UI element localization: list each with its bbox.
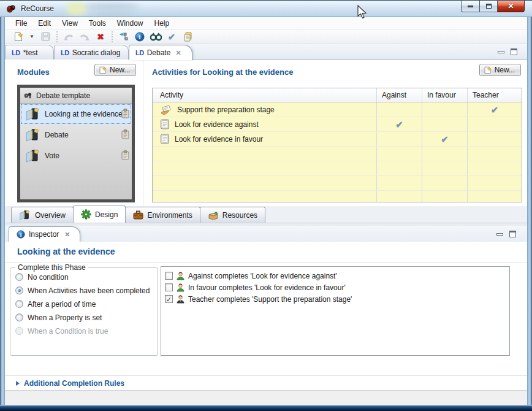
window-frame-bottom — [0, 405, 532, 411]
minimize-button[interactable] — [461, 1, 479, 12]
hierarchy-icon[interactable] — [118, 31, 130, 43]
info-icon[interactable]: i — [134, 31, 146, 43]
radio-icon — [15, 300, 23, 308]
ld-icon: LD — [12, 49, 20, 56]
menu-file[interactable]: File — [10, 18, 32, 29]
cell-in-favour[interactable] — [422, 102, 468, 117]
briefcase-icon — [133, 210, 143, 220]
cell-teacher[interactable] — [468, 132, 522, 146]
delete-icon[interactable]: ✖ — [94, 31, 107, 43]
validate-check-icon[interactable]: ✔ — [165, 31, 178, 43]
menu-view[interactable]: View — [56, 18, 83, 29]
menu-tools[interactable]: Tools — [83, 18, 112, 29]
menu-help[interactable]: Help — [149, 18, 175, 29]
menu-edit[interactable]: Edit — [32, 18, 56, 29]
tab-close-icon[interactable]: ✕ — [63, 230, 72, 239]
new-dropdown-arrow-icon[interactable]: ▼ — [28, 31, 36, 43]
document-icon — [160, 134, 170, 144]
column-header-teacher[interactable]: Teacher — [468, 88, 522, 102]
radio-after-period-of-time[interactable]: After a period of time — [15, 299, 158, 309]
cell-against[interactable] — [377, 132, 422, 146]
complete-phase-group: Complete this Phase No condition When Ac… — [10, 267, 158, 356]
cell-in-favour[interactable] — [422, 117, 468, 131]
checkbox[interactable] — [165, 283, 173, 291]
radio-no-condition[interactable]: No condition — [15, 272, 158, 282]
editor-tab-label: Debate — [147, 48, 171, 57]
tab-label: Resources — [222, 211, 257, 220]
new-activity-button[interactable]: New... — [479, 64, 521, 76]
inspector-tab-label: Inspector — [29, 230, 59, 239]
ld-icon: LD — [135, 49, 144, 56]
maximize-button[interactable] — [479, 1, 498, 12]
ld-icon: LD — [61, 49, 69, 56]
cell-teacher[interactable] — [468, 117, 522, 131]
search-binoculars-icon[interactable] — [150, 31, 162, 43]
additional-completion-rules-toggle[interactable]: Additional Completion Rules — [16, 379, 124, 388]
tab-overview[interactable]: Overview — [11, 207, 74, 223]
cell-teacher[interactable]: ✔ — [468, 102, 522, 117]
clipboard-icon[interactable] — [121, 129, 129, 139]
menu-window[interactable]: Window — [112, 18, 149, 29]
info-icon: i — [17, 230, 25, 239]
cell-in-favour[interactable]: ✔ — [422, 132, 468, 146]
table-row-empty[interactable] — [153, 191, 522, 202]
clipboard-icon[interactable] — [121, 150, 129, 160]
clipboard-icon[interactable] — [121, 109, 129, 118]
window-title: ReCourse — [21, 4, 54, 13]
condition-item-teacher[interactable]: ✓ Teacher completes 'Support the prepara… — [165, 293, 506, 305]
resources-box-icon — [208, 210, 219, 220]
column-header-activity[interactable]: Activity — [153, 88, 377, 102]
tab-resources[interactable]: Resources — [200, 207, 265, 223]
radio-when-activities-completed[interactable]: When Activities have been completed — [15, 286, 158, 295]
checkbox[interactable] — [165, 272, 173, 280]
radio-label: No condition — [28, 273, 69, 282]
additional-rules-label: Additional Completion Rules — [24, 379, 124, 388]
table-row-empty[interactable] — [153, 161, 522, 176]
table-row[interactable]: Look for evidence against ✔ — [153, 117, 522, 132]
cell-against[interactable]: ✔ — [377, 117, 422, 131]
radio-label: When Activities have been completed — [28, 286, 150, 295]
tab-environments[interactable]: Environments — [125, 207, 200, 223]
new-file-icon — [99, 66, 107, 74]
tab-design[interactable]: Design — [73, 205, 126, 223]
table-row[interactable]: Support the preparation stage ✔ — [153, 102, 522, 117]
inspector-tab[interactable]: i Inspector ✕ — [9, 226, 80, 242]
module-item-looking-at-the-evidence[interactable]: Looking at the evidence — [20, 104, 132, 125]
radio-label: After a period of time — [28, 300, 96, 309]
redo-icon-disabled[interactable] — [78, 31, 91, 43]
maximize-view-icon[interactable] — [509, 231, 516, 237]
new-wizard-icon[interactable] — [12, 31, 25, 43]
cell-against[interactable] — [377, 102, 422, 117]
module-item-debate[interactable]: Debate — [20, 125, 132, 145]
minimize-view-icon[interactable] — [498, 51, 504, 53]
checkbox-checked[interactable]: ✓ — [165, 295, 173, 303]
editor-tab-socratic-dialog[interactable]: LD Socratic dialog — [54, 45, 129, 60]
editor-tab-debate[interactable]: LD Debate ✕ — [129, 45, 192, 60]
radio-icon — [15, 273, 23, 281]
tree-root-debate-template[interactable]: Debate template — [20, 88, 132, 104]
condition-item-in-favour[interactable]: In favour completes 'Look for evidence i… — [165, 282, 506, 293]
undo-icon-disabled[interactable] — [63, 31, 75, 43]
maximize-view-icon[interactable] — [511, 48, 517, 55]
table-row[interactable]: Look for evidence in favour ✔ — [153, 132, 522, 147]
tab-close-icon[interactable]: ✕ — [173, 48, 183, 58]
column-header-in-favour[interactable]: In favour — [422, 88, 468, 102]
table-row-empty[interactable] — [153, 147, 522, 161]
module-book-icon — [25, 128, 41, 142]
module-item-vote[interactable]: Vote — [20, 145, 132, 166]
editor-tab-test[interactable]: LD *test — [5, 45, 54, 60]
table-row-empty[interactable] — [153, 176, 522, 191]
inspector-view: i Inspector ✕ Looking at the evidence Co… — [5, 226, 527, 390]
activities-panel: Activities for Looking at the evidence N… — [143, 60, 527, 206]
editor-tab-label: *test — [23, 48, 38, 57]
condition-item-against[interactable]: Against completes 'Look for evidence aga… — [165, 270, 506, 282]
minimize-view-icon[interactable] — [496, 233, 503, 236]
radio-when-property-set[interactable]: When a Property is set — [15, 313, 158, 322]
new-module-button[interactable]: New... — [94, 64, 136, 76]
close-button[interactable]: ✕ — [498, 1, 525, 12]
column-header-against[interactable]: Against — [377, 88, 422, 102]
new-module-label: New... — [110, 66, 130, 74]
save-icon-disabled[interactable] — [39, 31, 51, 43]
copy-properties-icon[interactable] — [181, 31, 194, 43]
tree-root-label: Debate template — [36, 91, 90, 100]
